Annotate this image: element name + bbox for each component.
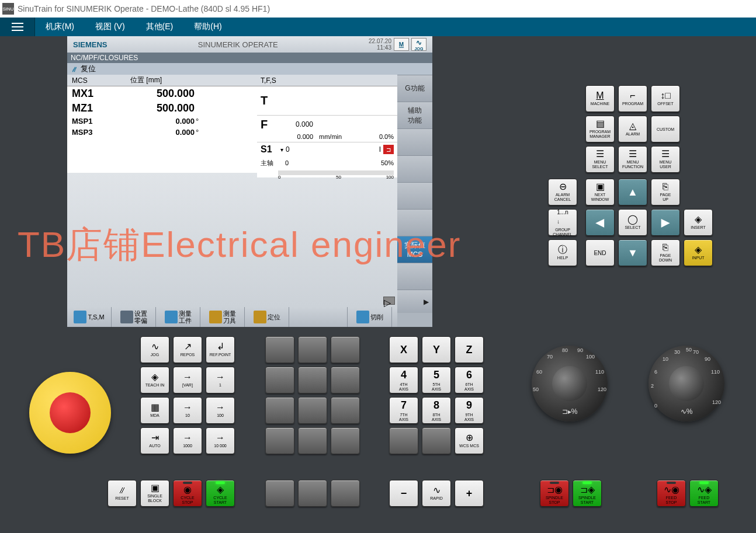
- blank-key[interactable]: [265, 397, 294, 424]
- key-z[interactable]: Z: [455, 336, 484, 363]
- key-help[interactable]: ⓘHELP: [548, 239, 577, 266]
- blank-key[interactable]: [298, 367, 327, 393]
- key-refpoint[interactable]: ↲REF.POINT: [206, 336, 235, 363]
- blank-key[interactable]: [298, 336, 327, 363]
- emergency-stop[interactable]: [29, 372, 111, 454]
- sk-zero[interactable]: 设置 零偏: [112, 307, 156, 327]
- key-cycle-start[interactable]: ◈CYCLE START: [206, 480, 235, 507]
- key-mda[interactable]: ▦MDA: [140, 397, 169, 424]
- key-reset[interactable]: ⫽RESET: [107, 480, 137, 507]
- key-rapid[interactable]: ∿RAPID: [422, 480, 451, 507]
- key-page-down[interactable]: ⎘PAGE DOWN: [651, 239, 680, 266]
- scroll-indicator[interactable]: ▷: [383, 297, 395, 305]
- key-plus[interactable]: +: [455, 480, 484, 507]
- sk-pos[interactable]: 定位: [245, 307, 289, 327]
- key-feed-start[interactable]: ∿◈FEED START: [689, 480, 719, 507]
- sk-meas-tool[interactable]: 测量 刀具: [200, 307, 245, 327]
- key-inc10[interactable]: →10: [173, 397, 202, 424]
- key-9th[interactable]: 99TH AXIS: [455, 397, 484, 424]
- blank-key[interactable]: [331, 397, 360, 424]
- vsk-8[interactable]: [397, 263, 432, 290]
- key-menu-function[interactable]: ☰MENU FUNCTION: [618, 146, 647, 173]
- blank-key[interactable]: [265, 367, 294, 393]
- key-prog-mgr[interactable]: ▤PROGRAM MANAGER: [585, 116, 615, 142]
- sk-meas-wp[interactable]: 测量 工件: [156, 307, 200, 327]
- key-8th[interactable]: 88TH AXIS: [422, 397, 451, 424]
- blank-key[interactable]: [265, 427, 294, 454]
- key-minus[interactable]: −: [389, 480, 418, 507]
- key-inc10000[interactable]: →10 000: [206, 427, 235, 454]
- key-auto[interactable]: ⇥AUTO: [140, 427, 169, 454]
- mode-m-icon: M: [394, 38, 409, 51]
- key-up[interactable]: ▲: [618, 179, 647, 205]
- key-input[interactable]: ◈INPUT: [684, 239, 713, 266]
- key-7th[interactable]: 77TH AXIS: [389, 397, 418, 424]
- key-down[interactable]: ▼: [618, 239, 647, 266]
- key-spindle-stop[interactable]: ⊐◉SPINDLE STOP: [540, 480, 569, 507]
- key-menu-user[interactable]: ☰MENU USER: [651, 146, 680, 173]
- key-jog[interactable]: ∿JOG: [140, 336, 169, 363]
- key-inc100[interactable]: →100: [206, 397, 235, 424]
- menu-help[interactable]: 帮助(H): [183, 22, 232, 32]
- vsk-3[interactable]: [397, 128, 432, 155]
- hamburger-menu[interactable]: [0, 18, 35, 36]
- blank-key[interactable]: [422, 427, 451, 454]
- blank-key[interactable]: [298, 480, 327, 507]
- vsk-more[interactable]: ▶: [397, 290, 432, 313]
- key-inc1[interactable]: →1: [206, 367, 235, 393]
- key-x[interactable]: X: [389, 336, 418, 363]
- key-right[interactable]: ▶: [651, 209, 680, 236]
- key-wcs-mcs[interactable]: ⊕WCS MCS: [455, 427, 484, 454]
- key-alarm-cancel[interactable]: ⊖ALARM CANCEL: [548, 179, 577, 205]
- menu-machine[interactable]: 机床(M): [35, 22, 85, 32]
- key-inc1000[interactable]: →1000: [173, 427, 202, 454]
- key-y[interactable]: Y: [422, 336, 451, 363]
- blank-key[interactable]: [298, 397, 327, 424]
- key-custom[interactable]: CUSTOM: [651, 116, 680, 142]
- vsk-4[interactable]: [397, 155, 432, 182]
- key-insert[interactable]: ◈INSERT: [684, 209, 713, 236]
- vsk-5[interactable]: [397, 182, 432, 209]
- blank-key[interactable]: [331, 367, 360, 393]
- key-next-window[interactable]: ▣NEXT WINDOW: [585, 179, 615, 205]
- key-menu-select[interactable]: ☰MENU SELECT: [585, 146, 615, 173]
- key-end[interactable]: END: [585, 239, 615, 266]
- key-page-up[interactable]: ⎘PAGE UP: [651, 179, 680, 205]
- blank-key[interactable]: [265, 480, 294, 507]
- key-machine[interactable]: MMACHINE: [585, 85, 615, 112]
- key-5th[interactable]: 55TH AXIS: [422, 367, 451, 393]
- menu-view[interactable]: 视图 (V): [85, 22, 136, 32]
- key-offset[interactable]: ↕□OFFSET: [651, 85, 680, 112]
- blank-key[interactable]: [331, 480, 360, 507]
- key-var[interactable]: →[VAR]: [173, 367, 202, 393]
- key-group-channel[interactable]: 1...n↓GROUP CHANNEL: [548, 209, 577, 236]
- key-cycle-stop[interactable]: ◉CYCLE STOP: [173, 480, 202, 507]
- spindle-override-dial[interactable]: ⊐▸% 50 60 70 80 90 100 110 120: [532, 346, 608, 421]
- key-feed-stop[interactable]: ∿◉FEED STOP: [657, 480, 686, 507]
- key-left[interactable]: ◀: [585, 209, 615, 236]
- key-spindle-start[interactable]: ⊐◈SPINDLE START: [573, 480, 602, 507]
- key-alarm[interactable]: ◬ALARM: [618, 116, 647, 142]
- blank-key[interactable]: [265, 336, 294, 363]
- vsk-aux[interactable]: 辅助 功能: [397, 102, 432, 128]
- blank-key[interactable]: [331, 427, 360, 454]
- key-4th[interactable]: 44TH AXIS: [389, 367, 418, 393]
- vsk-6[interactable]: [397, 209, 432, 236]
- vsk-gfunc[interactable]: G功能: [397, 75, 432, 102]
- sk-cut[interactable]: 切削: [348, 307, 392, 327]
- vsk-actual-mcs[interactable]: 实际值 MCS: [397, 236, 432, 263]
- key-program[interactable]: ⌐PROGRAM: [618, 85, 647, 112]
- menu-other[interactable]: 其他(E): [136, 22, 184, 32]
- key-teachin[interactable]: ◈TEACH IN: [140, 367, 169, 393]
- sk-tsm[interactable]: T,S,M: [67, 307, 112, 327]
- f-label: F: [261, 118, 278, 131]
- svg-rect-2: [12, 30, 23, 31]
- key-6th[interactable]: 66TH AXIS: [455, 367, 484, 393]
- blank-key[interactable]: [298, 427, 327, 454]
- feed-override-dial[interactable]: ∿% 0 2 6 10 30 50 70 90 110 120: [649, 346, 724, 421]
- key-single-block[interactable]: ▣SINGLE BLOCK: [140, 480, 169, 507]
- key-repos[interactable]: ↗REPOS: [173, 336, 202, 363]
- blank-key[interactable]: [331, 336, 360, 363]
- blank-key[interactable]: [389, 427, 418, 454]
- key-select[interactable]: ◯SELECT: [618, 209, 647, 236]
